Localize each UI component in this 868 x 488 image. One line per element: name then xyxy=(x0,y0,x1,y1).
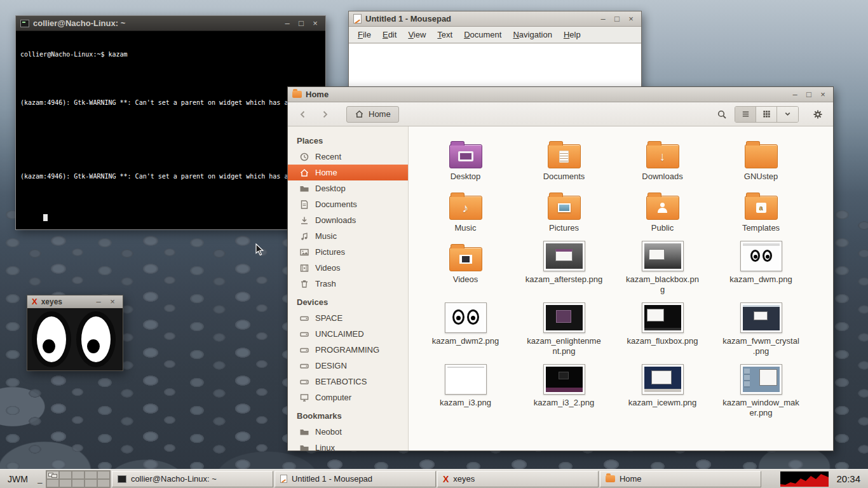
file-item-kazam-enlightenment[interactable]: kazam_enlightenment.png xyxy=(517,300,612,356)
file-view[interactable]: Desktop Documents ↓ Downloads GNUstep xyxy=(409,126,833,451)
file-item-gnustep[interactable]: GNUstep xyxy=(714,135,809,182)
taskbar-task-mousepad[interactable]: Untitled 1 - Mousepad xyxy=(275,471,436,487)
terminal-output[interactable]: collier@Nacho-Linux:~$ kazam (kazam:4946… xyxy=(16,31,325,234)
file-item-kazam-dwm[interactable]: kazam_dwm.png xyxy=(714,238,809,295)
arrow-cursor-icon xyxy=(255,243,264,256)
jwm-menu-button[interactable]: JWM xyxy=(1,471,34,487)
sidebar-item-unclaimed[interactable]: UNCLAIMED xyxy=(288,326,408,342)
pathbar-home-label: Home xyxy=(369,109,391,119)
minimize-button[interactable]: – xyxy=(789,90,801,99)
file-manager-titlebar[interactable]: Home – □ × xyxy=(288,87,833,102)
file-item-kazam-fvwm-crystal[interactable]: kazam_fvwm_crystal.png xyxy=(714,300,809,356)
workspace-cell[interactable] xyxy=(72,479,85,487)
folder-videos-icon xyxy=(449,247,482,271)
workspace-cell[interactable] xyxy=(97,479,110,487)
search-button[interactable] xyxy=(713,106,731,123)
workspace-pager[interactable] xyxy=(46,470,111,488)
sidebar-item-label: UNCLAIMED xyxy=(315,329,364,339)
workspace-cell[interactable] xyxy=(72,471,85,479)
sidebar-item-space[interactable]: SPACE xyxy=(288,310,408,326)
file-item-music[interactable]: ♪ Music xyxy=(418,187,513,233)
file-label: kazam_i3.png xyxy=(440,398,491,408)
grid-view-icon xyxy=(762,109,771,119)
view-options-button[interactable] xyxy=(777,107,798,122)
close-button[interactable]: × xyxy=(817,90,829,99)
file-label: Public xyxy=(651,223,674,233)
maximize-button[interactable]: □ xyxy=(295,18,307,28)
file-item-documents[interactable]: Documents xyxy=(517,135,612,182)
settings-button[interactable] xyxy=(809,106,827,123)
file-item-kazam-i3-2[interactable]: kazam_i3_2.png xyxy=(517,362,612,418)
menu-view[interactable]: View xyxy=(403,28,431,41)
minimize-button[interactable]: – xyxy=(281,18,293,28)
close-button[interactable]: × xyxy=(309,18,321,28)
taskbar-task-terminal[interactable]: collier@Nacho-Linux: ~ xyxy=(112,471,273,487)
sidebar-item-recent[interactable]: Recent xyxy=(288,149,408,165)
maximize-button[interactable]: □ xyxy=(611,14,623,24)
file-item-downloads[interactable]: ↓ Downloads xyxy=(615,135,710,182)
close-button[interactable]: × xyxy=(625,14,637,24)
sidebar-item-videos[interactable]: Videos xyxy=(288,260,408,276)
forward-button[interactable] xyxy=(316,106,334,123)
menu-text[interactable]: Text xyxy=(432,28,458,41)
sidebar-item-design[interactable]: DESIGN xyxy=(288,358,408,374)
file-item-kazam-fluxbox[interactable]: kazam_fluxbox.png xyxy=(615,300,710,356)
sidebar-item-linux[interactable]: Linux xyxy=(288,440,408,451)
sidebar-item-pictures[interactable]: Pictures xyxy=(288,244,408,260)
file-item-kazam-window-maker[interactable]: kazam_window_maker.png xyxy=(714,362,809,418)
file-item-kazam-blackbox[interactable]: kazam_blackbox.png xyxy=(615,238,710,295)
sidebar-item-music[interactable]: Music xyxy=(288,228,408,244)
mouse-cursor xyxy=(255,243,264,259)
sidebar-item-label: Videos xyxy=(315,263,341,273)
terminal-titlebar[interactable]: collier@Nacho-Linux: ~ – □ × xyxy=(16,16,325,31)
workspace-cell[interactable] xyxy=(85,471,97,479)
xeyes-titlebar[interactable]: X xeyes – × xyxy=(27,295,123,308)
sidebar-item-betabotics[interactable]: BETABOTICS xyxy=(288,374,408,390)
sidebar-item-label: Desktop xyxy=(315,184,346,193)
menu-edit[interactable]: Edit xyxy=(377,28,402,41)
file-item-public[interactable]: Public xyxy=(615,187,710,233)
sidebar-item-trash[interactable]: Trash xyxy=(288,276,408,292)
sidebar-item-label: Computer xyxy=(315,393,351,402)
grid-view-button[interactable] xyxy=(756,107,777,122)
workspace-cell[interactable] xyxy=(97,471,110,479)
mousepad-titlebar[interactable]: Untitled 1 - Mousepad – □ × xyxy=(349,11,641,27)
show-desktop-button[interactable]: _ xyxy=(36,474,44,484)
workspace-cell[interactable] xyxy=(59,471,72,479)
menu-help[interactable]: Help xyxy=(559,28,586,41)
maximize-button[interactable]: □ xyxy=(803,90,815,99)
menu-navigation[interactable]: Navigation xyxy=(508,28,557,41)
file-item-kazam-i3[interactable]: kazam_i3.png xyxy=(418,362,513,418)
workspace-cell[interactable] xyxy=(59,479,72,487)
document-icon xyxy=(299,200,309,210)
sidebar-item-documents[interactable]: Documents xyxy=(288,196,408,212)
file-item-pictures[interactable]: Pictures xyxy=(517,187,612,233)
minimize-button[interactable]: – xyxy=(93,297,104,306)
taskbar-task-home[interactable]: Home xyxy=(600,471,761,487)
list-view-button[interactable] xyxy=(735,107,756,122)
file-item-kazam-afterstep[interactable]: kazam_afterstep.png xyxy=(517,238,612,295)
sidebar-item-home[interactable]: Home xyxy=(288,165,408,180)
sidebar-item-downloads[interactable]: Downloads xyxy=(288,212,408,228)
sidebar-item-label: Recent xyxy=(315,152,341,161)
file-item-kazam-icewm[interactable]: kazam_icewm.png xyxy=(615,362,710,418)
file-item-desktop[interactable]: Desktop xyxy=(418,135,513,182)
menu-file[interactable]: File xyxy=(353,28,376,41)
file-item-videos[interactable]: Videos xyxy=(418,238,513,295)
workspace-cell[interactable] xyxy=(46,479,59,487)
sidebar-item-neobot[interactable]: Neobot xyxy=(288,424,408,440)
sidebar-item-programming[interactable]: PROGRAMMING xyxy=(288,342,408,358)
workspace-cell[interactable] xyxy=(85,479,97,487)
minimize-button[interactable]: – xyxy=(597,14,609,24)
computer-icon xyxy=(299,393,309,403)
workspace-cell[interactable] xyxy=(46,471,59,479)
sidebar-item-computer[interactable]: Computer xyxy=(288,390,408,405)
file-item-kazam-dwm2[interactable]: kazam_dwm2.png xyxy=(418,300,513,356)
pathbar-home-button[interactable]: Home xyxy=(346,106,399,123)
back-button[interactable] xyxy=(294,106,312,123)
sidebar-item-desktop[interactable]: Desktop xyxy=(288,180,408,196)
menu-document[interactable]: Document xyxy=(459,28,506,41)
file-item-templates[interactable]: a Templates xyxy=(714,187,809,233)
close-button[interactable]: × xyxy=(107,297,118,306)
taskbar-task-xeyes[interactable]: X xeyes xyxy=(437,471,599,487)
